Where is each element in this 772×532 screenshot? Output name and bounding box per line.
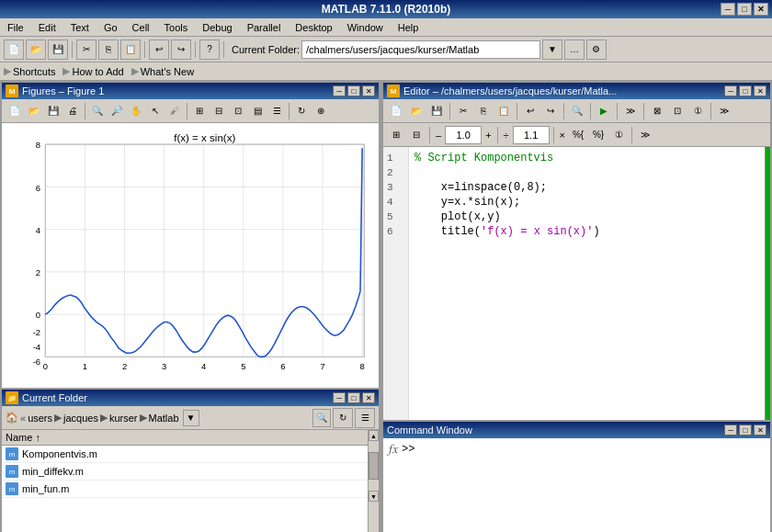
- menu-parallel[interactable]: Parallel: [244, 21, 285, 34]
- cell-outdent[interactable]: ⊟: [407, 126, 426, 144]
- cell-value-input-2[interactable]: [513, 126, 550, 144]
- menu-cell[interactable]: Cell: [129, 21, 153, 34]
- menu-tools[interactable]: Tools: [161, 21, 192, 34]
- editor-maximize[interactable]: □: [739, 85, 752, 96]
- menu-text[interactable]: Text: [67, 21, 93, 34]
- fig-zoom-in[interactable]: 🔍: [88, 102, 107, 120]
- menu-help[interactable]: Help: [394, 21, 423, 34]
- menu-desktop[interactable]: Desktop: [291, 21, 335, 34]
- editor-redo[interactable]: ↪: [541, 102, 560, 120]
- file-item-mindiffekv[interactable]: m min_diffekv.m: [2, 463, 368, 481]
- fig-cursor[interactable]: ↖: [146, 102, 165, 120]
- fig-axes[interactable]: ⊡: [229, 102, 247, 120]
- figures-minimize[interactable]: ─: [333, 85, 346, 96]
- editor-open[interactable]: 📂: [407, 102, 426, 120]
- folder-refresh-button[interactable]: ↻: [333, 408, 353, 428]
- shortcuts-link[interactable]: ▶ Shortcuts: [4, 65, 55, 77]
- figures-close[interactable]: ✕: [362, 85, 375, 96]
- editor-copy[interactable]: ⎘: [474, 102, 493, 120]
- redo-button[interactable]: ↪: [171, 40, 191, 60]
- copy-button[interactable]: ⎘: [98, 40, 119, 60]
- fig-grid2[interactable]: ⊟: [210, 102, 228, 120]
- cell-x[interactable]: ×: [558, 130, 567, 141]
- minimize-button[interactable]: ─: [721, 3, 735, 16]
- fig-new[interactable]: 📄: [6, 102, 24, 120]
- fig-grid[interactable]: ⊞: [190, 102, 209, 120]
- cf-close[interactable]: ✕: [362, 392, 375, 403]
- breadcrumb-users[interactable]: users: [28, 413, 52, 424]
- editor-save[interactable]: 💾: [427, 102, 446, 120]
- folder-settings-button[interactable]: ⚙: [586, 40, 607, 60]
- breadcrumb-dropdown[interactable]: ▼: [183, 410, 199, 426]
- fig-open[interactable]: 📂: [25, 102, 43, 120]
- folder-menu-button[interactable]: ☰: [355, 408, 375, 428]
- scrollbar-thumb[interactable]: [369, 452, 379, 480]
- file-item-minfun[interactable]: m min_fun.m: [2, 481, 368, 498]
- editor-help[interactable]: ①: [688, 102, 707, 120]
- command-content[interactable]: 𝑓𝑥 >>: [383, 438, 770, 532]
- editor-run[interactable]: ▶: [595, 102, 613, 120]
- folder-browse-button[interactable]: …: [564, 40, 585, 60]
- fig-colorbar[interactable]: ▤: [248, 102, 267, 120]
- cmd-close[interactable]: ✕: [754, 424, 766, 436]
- breadcrumb-kurser[interactable]: kurser: [109, 413, 138, 424]
- scrollbar-up-arrow[interactable]: ▲: [369, 430, 379, 441]
- editor-more[interactable]: ≫: [621, 102, 640, 120]
- fig-zoom-out[interactable]: 🔎: [108, 102, 126, 120]
- browse-button[interactable]: ▼: [542, 40, 562, 60]
- menu-window[interactable]: Window: [344, 21, 387, 34]
- cell-value-input-1[interactable]: [445, 126, 482, 144]
- fig-pan[interactable]: ✋: [127, 102, 145, 120]
- new-file-button[interactable]: 📄: [4, 40, 24, 60]
- cell-div[interactable]: ÷: [502, 130, 511, 141]
- folder-search-button[interactable]: 🔍: [312, 409, 331, 427]
- paste-button[interactable]: 📋: [120, 40, 141, 60]
- figures-maximize[interactable]: □: [347, 85, 360, 96]
- cell-minus[interactable]: –: [434, 130, 443, 141]
- file-item-komponentvis[interactable]: m Komponentvis.m: [2, 446, 368, 463]
- open-button[interactable]: 📂: [26, 40, 46, 60]
- editor-close[interactable]: ✕: [754, 85, 766, 96]
- scrollbar-down-arrow[interactable]: ▼: [369, 491, 379, 502]
- fig-legend[interactable]: ☰: [267, 102, 286, 120]
- editor-dbg2[interactable]: ⊡: [668, 102, 687, 120]
- cf-maximize[interactable]: □: [347, 392, 360, 403]
- code-area[interactable]: % Script Komponentvis x=linspace(0,8); y…: [409, 147, 765, 420]
- save-button[interactable]: 💾: [48, 40, 68, 60]
- how-to-add-link[interactable]: ▶ How to Add: [62, 65, 123, 77]
- editor-paste[interactable]: 📋: [494, 102, 513, 120]
- whats-new-link[interactable]: ▶ What's New: [131, 65, 194, 77]
- fig-extra[interactable]: ⊕: [312, 102, 330, 120]
- menu-file[interactable]: File: [4, 21, 28, 34]
- fig-rotate[interactable]: ↻: [292, 102, 311, 120]
- cell-more[interactable]: ≫: [636, 126, 654, 144]
- menu-go[interactable]: Go: [100, 21, 121, 34]
- editor-new[interactable]: 📄: [387, 102, 405, 120]
- maximize-button[interactable]: □: [737, 3, 752, 16]
- undo-button[interactable]: ↩: [149, 40, 169, 60]
- editor-more2[interactable]: ≫: [715, 102, 733, 120]
- cell-eval2[interactable]: %}: [589, 126, 607, 144]
- breadcrumb-matlab[interactable]: Matlab: [149, 413, 179, 424]
- fig-brush[interactable]: 🖌: [165, 102, 184, 120]
- editor-find[interactable]: 🔍: [568, 102, 586, 120]
- editor-cut[interactable]: ✂: [454, 102, 472, 120]
- file-list-scrollbar[interactable]: ▲ ▼: [368, 430, 379, 532]
- menu-edit[interactable]: Edit: [35, 21, 60, 34]
- cmd-minimize[interactable]: ─: [724, 424, 737, 436]
- editor-minimize[interactable]: ─: [724, 85, 737, 96]
- cmd-maximize[interactable]: □: [739, 424, 752, 436]
- cf-minimize[interactable]: ─: [333, 392, 346, 403]
- close-button[interactable]: ✕: [754, 3, 768, 16]
- fig-save[interactable]: 💾: [44, 102, 62, 120]
- editor-undo[interactable]: ↩: [521, 102, 539, 120]
- cell-eval[interactable]: %{: [569, 126, 587, 144]
- current-folder-input[interactable]: [301, 40, 540, 59]
- help-button[interactable]: ?: [199, 40, 220, 60]
- editor-dbg[interactable]: ⊠: [648, 102, 666, 120]
- cell-info[interactable]: ①: [609, 126, 628, 144]
- menu-debug[interactable]: Debug: [199, 21, 235, 34]
- breadcrumb-jacques[interactable]: jacques: [63, 413, 98, 424]
- cut-button[interactable]: ✂: [76, 40, 96, 60]
- cell-indent[interactable]: ⊞: [387, 126, 405, 144]
